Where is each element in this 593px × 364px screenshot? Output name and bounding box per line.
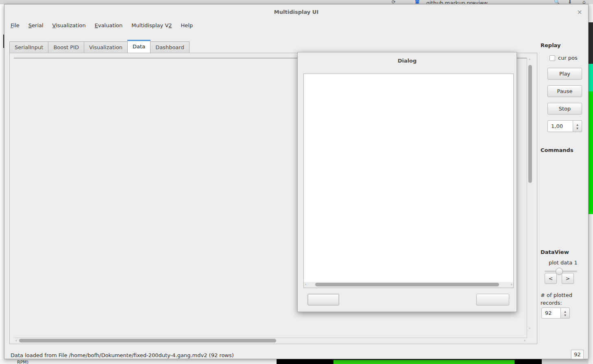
scroll-down-icon[interactable]: ˅ — [529, 327, 531, 332]
replay-heading: Replay — [541, 42, 560, 48]
records-spinner[interactable]: 92 ▲▼ — [541, 308, 570, 318]
table-v-scrollbar[interactable]: ˄ ˅ — [527, 58, 533, 338]
spin-down-icon[interactable]: ▼ — [564, 314, 566, 316]
window-close-button[interactable]: × — [576, 9, 583, 16]
records-spinner-value[interactable]: 92 — [541, 308, 561, 318]
prev-record-button[interactable]: < — [545, 273, 557, 284]
pause-button[interactable]: Pause — [547, 85, 582, 97]
plot-data-label: plot data 1 — [549, 260, 578, 266]
status-count: 92 — [571, 350, 584, 359]
download-icon: ⬇ — [568, 0, 572, 4]
editor-background-left — [0, 4, 4, 359]
home-icon: ⌂ — [582, 0, 586, 4]
scroll-right-icon[interactable]: › — [524, 338, 525, 342]
menu-bar: FileSerialVisualizationEvaluationMultidi… — [11, 22, 193, 28]
dialog-h-scrollbar[interactable]: ‹ › — [304, 282, 513, 288]
tab-data[interactable]: Data — [127, 40, 150, 53]
menu-item-multidisplay-v2[interactable]: Multidisplay V2 — [131, 22, 172, 28]
scroll-left-icon[interactable]: ‹ — [305, 282, 307, 286]
favicon: ◙ — [415, 0, 420, 4]
search-icon: 🔍 — [554, 0, 560, 4]
bottom-text-fragment: RPM) — [17, 360, 28, 364]
scroll-left-icon[interactable]: ‹ — [15, 338, 17, 342]
cur-pos-checkbox[interactable] — [549, 55, 555, 61]
spin-up-icon[interactable]: ▲ — [564, 310, 566, 313]
right-background: 9 — [589, 0, 593, 364]
menu-item-evaluation[interactable]: Evaluation — [95, 22, 123, 28]
menu-item-visualization[interactable]: Visualization — [52, 22, 86, 28]
tab-bar: SerialInputBoost PIDVisualizationDataDas… — [9, 40, 190, 53]
h-scroll-thumb[interactable] — [19, 339, 276, 342]
plotted-records-label-2: records: — [541, 300, 562, 306]
stop-button[interactable]: Stop — [547, 103, 582, 115]
bottom-gray-background — [542, 359, 593, 364]
speed-spinner-buttons[interactable]: ▲▼ — [573, 120, 582, 132]
status-text: Data loaded from File /home/bofh/Dokumen… — [11, 352, 234, 358]
browser-toolbar-background: ⟳ ◙ github markup preview 🔍 ⬇ ⌂ — [0, 0, 593, 4]
menu-item-serial[interactable]: Serial — [28, 22, 44, 28]
commands-heading: Commands — [541, 147, 573, 153]
jump-to-button[interactable] — [307, 294, 339, 306]
dialog-h-scroll-thumb[interactable] — [315, 283, 499, 286]
tab-dashboard[interactable]: Dashboard — [150, 41, 190, 53]
next-record-button[interactable]: > — [562, 273, 574, 284]
reload-icon: ⟳ — [392, 0, 396, 4]
browser-tab-title: github markup preview — [426, 0, 488, 4]
speed-spinner-value[interactable]: 1,00 — [547, 120, 573, 132]
menu-item-help[interactable]: Help — [181, 22, 193, 28]
dataview-heading: DataView — [541, 249, 569, 255]
dialog-table — [303, 74, 514, 288]
tab-serialinput[interactable]: SerialInput — [9, 41, 48, 53]
tab-visualization[interactable]: Visualization — [84, 41, 127, 53]
records-spinner-buttons[interactable]: ▲▼ — [561, 308, 570, 318]
table-h-scrollbar[interactable]: ‹ › — [14, 338, 527, 343]
close-button[interactable] — [476, 294, 509, 306]
lcd-panel-background — [334, 360, 515, 364]
v-scroll-thumb[interactable] — [528, 65, 532, 183]
spin-up-icon[interactable]: ▲ — [576, 123, 578, 126]
speed-spinner[interactable]: 1,00 ▲▼ — [547, 120, 582, 132]
menu-item-file[interactable]: File — [11, 22, 20, 28]
spin-down-icon[interactable]: ▼ — [576, 127, 578, 130]
play-button[interactable]: Play — [547, 68, 582, 80]
scroll-up-icon[interactable]: ˄ — [529, 58, 531, 63]
window-title: Multidisplay UI — [4, 9, 588, 15]
dialog-title: Dialog — [298, 58, 517, 64]
tab-boost-pid[interactable]: Boost PID — [48, 41, 84, 53]
plotted-records-label-1: # of plotted — [541, 292, 572, 298]
scroll-right-icon[interactable]: › — [510, 282, 512, 286]
screen: ⟳ ◙ github markup preview 🔍 ⬇ ⌂ RPM) 9 M… — [0, 0, 593, 364]
cur-pos-label: cur pos — [558, 55, 578, 61]
bottom-background: RPM) — [0, 359, 593, 364]
dialog-window: Dialog ‹ › — [297, 52, 517, 312]
